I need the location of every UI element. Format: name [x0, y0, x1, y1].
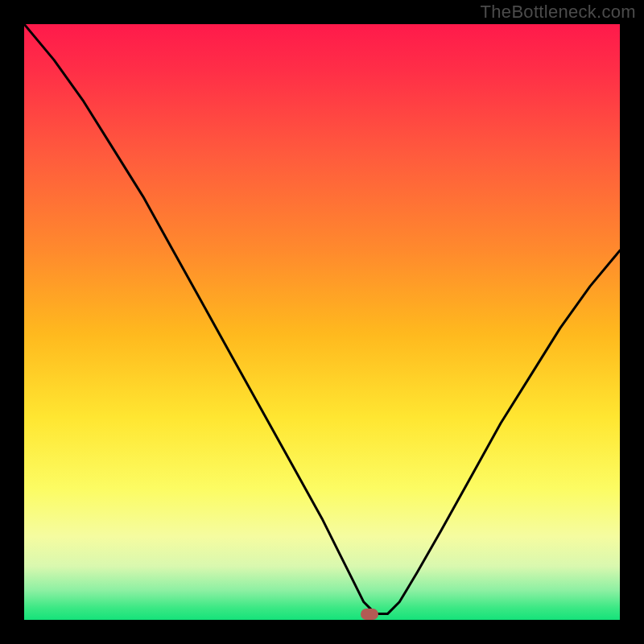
chart-frame: TheBottleneck.com: [0, 0, 644, 644]
watermark-text: TheBottleneck.com: [481, 2, 636, 23]
curve-svg: [24, 24, 620, 620]
minimum-marker: [361, 609, 378, 620]
plot-area: [24, 24, 620, 620]
bottleneck-curve: [24, 24, 620, 614]
